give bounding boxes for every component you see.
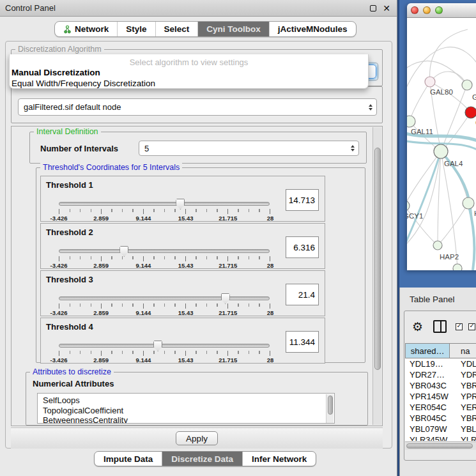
algorithm-option-equal-width[interactable]: Equal Width/Frequency Discretization — [10, 78, 368, 89]
tab-discretize-data[interactable]: Discretize Data — [162, 452, 243, 466]
checkbox-icon[interactable] — [468, 323, 475, 330]
table-row[interactable]: YER054CYER0 — [405, 402, 476, 413]
threshold-3-value-field[interactable]: 21.4 — [286, 284, 319, 305]
gear-icon[interactable]: ⚙ — [412, 321, 423, 333]
number-of-intervals-label: Number of Intervals — [40, 144, 118, 153]
numerical-attributes-list: SelfLoops TopologicalCoefficient Between… — [37, 393, 335, 424]
column-header-shared[interactable]: shared… — [405, 343, 450, 358]
node-label-gal11: GAL11 — [411, 128, 433, 135]
node-label-gal4: GAL4 — [444, 160, 463, 167]
node-label-gcy1: GCY1 — [407, 212, 423, 220]
apply-button[interactable]: Apply — [176, 431, 218, 445]
threshold-2-label: Threshold 2 — [46, 227, 93, 237]
threshold-4-slider-thumb[interactable] — [153, 341, 162, 351]
threshold-3-slider[interactable] — [59, 296, 270, 300]
table-rows: YDL19…YDL1 YDR27…YDR2 YBR043CYBR0 YPR145… — [405, 358, 476, 441]
tab-cyni-toolbox[interactable]: Cyni Toolbox — [198, 22, 270, 36]
table-row[interactable]: YBR045CYBR0 — [405, 413, 476, 424]
checkbox-icon[interactable] — [456, 323, 463, 330]
threshold-2-slider-thumb[interactable] — [119, 246, 128, 257]
threshold-coordinates-label: Threshold's Coordinates for 5 Intervals — [40, 163, 182, 172]
node-label-hap2: HAP2 — [440, 253, 459, 261]
discretization-algorithm-label: Discretization Algorithm — [15, 45, 104, 54]
tab-style[interactable]: Style — [118, 22, 155, 36]
close-icon[interactable]: ✕ — [383, 4, 390, 13]
table-panel-title: Table Panel — [400, 288, 476, 304]
table-row[interactable]: YBL079WYBL0 — [405, 424, 476, 434]
tab-impute-data[interactable]: Impute Data — [95, 452, 162, 466]
tab-network[interactable]: Network — [55, 22, 118, 36]
attributes-group-label: Attributes to discretize — [30, 367, 114, 376]
slider-scale: -3.426 2.859 9.144 15.43 21.715 28 — [59, 357, 270, 363]
slider-scale: -3.426 2.859 9.144 15.43 21.715 28 — [59, 215, 270, 221]
apply-strip: Apply — [11, 427, 383, 449]
table-panel-body: ⚙ shared… na YDL19…YDL1 YDR27…YDR2 YBR04… — [404, 311, 476, 461]
table-data-combobox[interactable]: galFiltered.sif default node — [18, 98, 377, 116]
attributes-group: Attributes to discretize Numerical Attri… — [26, 372, 368, 426]
table-panel-section: Table Panel ⚙ shared… na YDL19…YDL1 YDR2… — [399, 288, 476, 476]
float-window-icon[interactable] — [370, 5, 376, 12]
threshold-coordinates-group: Threshold's Coordinates for 5 Intervals … — [36, 167, 365, 363]
settings-scrollbar[interactable] — [372, 127, 381, 425]
table-row[interactable]: YDL19…YDL1 — [405, 358, 476, 369]
slider-ticks — [59, 256, 270, 261]
number-of-intervals-combobox[interactable]: 5 — [139, 141, 359, 156]
table-data-group: Table Data galFiltered.sif default node — [11, 86, 383, 123]
table-row[interactable]: YDR27…YDR2 — [405, 369, 476, 380]
algorithm-hint: Select algorithm to view settings — [10, 54, 368, 67]
threshold-3-slider-thumb[interactable] — [221, 293, 230, 304]
algorithm-dropdown-popup: Select algorithm to view settings Manual… — [9, 54, 369, 89]
threshold-2-panel: Threshold 2 -3.426 2.859 9.144 15.43 21.… — [40, 223, 325, 269]
close-traffic-light[interactable] — [411, 6, 418, 14]
slider-scale: -3.426 2.859 9.144 15.43 21.715 28 — [59, 262, 270, 268]
table-row[interactable]: YPR145WYPR1 — [405, 391, 476, 402]
list-item[interactable]: SelfLoops — [38, 394, 334, 406]
threshold-3-panel: Threshold 3 -3.426 2.859 9.144 15.43 21.… — [40, 270, 325, 316]
table-row[interactable]: YLR345WYLR3 — [405, 434, 476, 441]
desktop-background: GAL80 GA GAL11 C GAL4 GCY1 H HAP2 Table … — [397, 0, 476, 476]
threshold-4-value-field[interactable]: 11.344 — [286, 331, 319, 353]
list-item[interactable]: TopologicalCoefficient — [38, 406, 334, 416]
zoom-traffic-light[interactable] — [435, 6, 443, 14]
threshold-1-slider[interactable] — [59, 202, 270, 206]
cyni-toolbox-panel: Discretization Algorithm Select algorith… — [5, 41, 392, 449]
tab-jactivemnodules[interactable]: jActiveMNodules — [270, 22, 356, 36]
node-label-partial-ga: GA — [472, 93, 476, 101]
list-scrollbar[interactable] — [326, 394, 334, 424]
control-panel-titlebar: Control Panel ✕ — [0, 0, 397, 17]
threshold-3-label: Threshold 3 — [46, 275, 93, 284]
tab-infer-network[interactable]: Infer Network — [243, 452, 316, 466]
table-panel-toolbar: ⚙ — [404, 311, 476, 342]
threshold-1-panel: Threshold 1 -3.426 2.859 9.144 15.43 21.… — [40, 176, 325, 222]
node-label-gal80: GAL80 — [430, 88, 453, 96]
spinner-icon[interactable] — [369, 104, 372, 111]
spinner-icon[interactable] — [351, 145, 355, 151]
algorithm-option-manual[interactable]: Manual Discretization — [10, 67, 368, 78]
minimize-traffic-light[interactable] — [423, 6, 431, 14]
threshold-2-value-field[interactable]: 6.316 — [286, 236, 319, 258]
table-row[interactable]: YBR043CYBR0 — [405, 380, 476, 391]
network-window-titlebar[interactable] — [407, 3, 476, 18]
node-table: shared… na YDL19…YDL1 YDR27…YDR2 YBR043C… — [405, 343, 476, 441]
panel-title: Control Panel — [5, 3, 56, 13]
threshold-1-value-field[interactable]: 14.713 — [286, 189, 319, 211]
control-panel: Control Panel ✕ Network Style Select Cyn… — [0, 0, 397, 476]
interval-definition-group: Interval Definition Number of Intervals … — [29, 132, 367, 164]
table-horizontal-scrollbar[interactable] — [405, 441, 476, 450]
threshold-4-label: Threshold 4 — [46, 322, 93, 332]
threshold-4-slider[interactable] — [59, 344, 270, 348]
threshold-2-slider[interactable] — [59, 249, 270, 253]
network-icon — [63, 25, 72, 34]
numerical-attributes-label: Numerical Attributes — [33, 379, 114, 388]
network-window: GAL80 GA GAL11 C GAL4 GCY1 H HAP2 — [407, 3, 476, 270]
slider-ticks — [59, 209, 270, 214]
list-item[interactable]: BetweennessCentrality — [38, 415, 334, 424]
tab-select[interactable]: Select — [156, 22, 199, 36]
column-header-name[interactable]: na — [450, 343, 476, 358]
columns-icon[interactable] — [433, 320, 447, 333]
threshold-1-slider-thumb[interactable] — [176, 199, 185, 210]
slider-scale: -3.426 2.859 9.144 15.43 21.715 28 — [59, 309, 270, 316]
interval-definition-label: Interval Definition — [34, 127, 101, 136]
network-canvas[interactable]: GAL80 GA GAL11 C GAL4 GCY1 H HAP2 — [407, 18, 476, 270]
top-tabbar: Network Style Select Cyni Toolbox jActiv… — [54, 21, 357, 37]
